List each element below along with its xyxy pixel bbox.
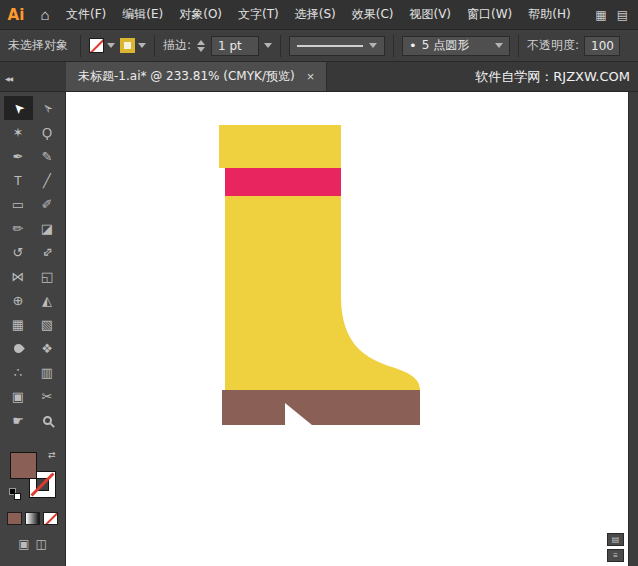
type-tool[interactable]: T: [4, 168, 33, 192]
collapsed-panel-icon-2[interactable]: ≡: [607, 549, 624, 562]
brush-name: 5 点圆形: [422, 37, 469, 54]
boot-stripe[interactable]: [225, 168, 341, 196]
stroke-weight-stepper[interactable]: [196, 40, 206, 52]
boot-sole[interactable]: [222, 390, 420, 425]
toolbar-collapse-icon[interactable]: ◀◀: [0, 62, 66, 91]
fill-color-picker[interactable]: [89, 38, 115, 53]
fill-color-swatch[interactable]: [89, 38, 104, 53]
zoom-tool[interactable]: [33, 408, 62, 432]
width-tool[interactable]: ⋈: [4, 264, 33, 288]
document-tab[interactable]: 未标题-1.ai* @ 233.81% (CMYK/预览) ×: [66, 62, 327, 91]
type-icon: T: [14, 174, 22, 187]
chevron-down-icon[interactable]: [495, 43, 503, 48]
eyedropper-tool[interactable]: [4, 336, 33, 360]
mesh-tool[interactable]: ▦: [4, 312, 33, 336]
brush-definition-select[interactable]: • 5 点圆形: [402, 36, 510, 56]
selection-status: 未选择对象: [8, 37, 68, 54]
width-profile-select[interactable]: [289, 36, 385, 56]
pen-tool[interactable]: ✒: [4, 144, 33, 168]
menu-item-object[interactable]: 对象(O): [171, 6, 230, 23]
opacity-field[interactable]: 100: [584, 36, 620, 56]
rectangle-icon: ▭: [12, 198, 24, 211]
gradient-button[interactable]: [25, 512, 40, 525]
screen-mode-icon[interactable]: ◫: [36, 537, 47, 551]
magic-wand-tool[interactable]: ✶: [4, 120, 33, 144]
zoom-icon: [43, 416, 52, 425]
stroke-swatch-hole: [36, 478, 49, 491]
opacity-label: 不透明度:: [527, 37, 579, 54]
eraser-icon: ◪: [41, 222, 53, 235]
lasso-tool[interactable]: Ϙ: [33, 120, 62, 144]
magic-wand-icon: ✶: [13, 126, 24, 139]
slice-tool[interactable]: ✂: [33, 384, 62, 408]
chevron-down-icon[interactable]: [369, 43, 377, 48]
menu-item-file[interactable]: 文件(F): [58, 6, 114, 23]
eyedropper-icon: [12, 342, 25, 355]
fill-stroke-widget: ⇄: [10, 452, 56, 498]
menu-item-help[interactable]: 帮助(H): [520, 6, 578, 23]
shape-builder-tool[interactable]: ⊕: [4, 288, 33, 312]
default-fill-stroke-icon[interactable]: [9, 488, 21, 500]
menu-item-view[interactable]: 视图(V): [401, 6, 459, 23]
rectangle-tool[interactable]: ▭: [4, 192, 33, 216]
chevron-down-icon[interactable]: [138, 43, 146, 48]
scale-tool[interactable]: ⇕: [33, 240, 62, 264]
swap-fill-stroke-icon[interactable]: ⇄: [48, 450, 56, 460]
workspace-switcher-icon[interactable]: ▦: [595, 8, 606, 22]
line-segment-tool[interactable]: ╱: [33, 168, 62, 192]
menu-item-edit[interactable]: 编辑(E): [114, 6, 171, 23]
direct-selection-tool[interactable]: ➢: [33, 96, 62, 120]
uniform-width-line-icon: [297, 45, 363, 47]
width-icon: ⋈: [12, 270, 25, 283]
pencil-tool[interactable]: ✏: [4, 216, 33, 240]
panels-icon[interactable]: ▤: [617, 8, 628, 22]
chevron-down-icon[interactable]: [107, 43, 115, 48]
fill-swatch[interactable]: [10, 452, 37, 479]
menu-item-effect[interactable]: 效果(C): [344, 6, 402, 23]
curvature-icon: ✎: [42, 150, 53, 163]
menu-item-window[interactable]: 窗口(W): [459, 6, 520, 23]
none-button[interactable]: [43, 512, 58, 525]
color-button[interactable]: [7, 512, 22, 525]
hand-tool[interactable]: ☛: [4, 408, 33, 432]
home-icon[interactable]: ⌂: [32, 6, 58, 23]
right-dock-strip[interactable]: [628, 92, 638, 566]
blend-tool[interactable]: ❖: [33, 336, 62, 360]
artboard-icon: ▣: [12, 390, 24, 403]
draw-mode-icon[interactable]: ▣: [18, 537, 29, 551]
free-transform-tool[interactable]: ◱: [33, 264, 62, 288]
selection-icon: ➤: [10, 100, 27, 117]
gradient-tool[interactable]: ▧: [33, 312, 62, 336]
color-type-buttons: [7, 512, 58, 525]
menu-item-type[interactable]: 文字(T): [230, 6, 287, 23]
free-transform-icon: ◱: [41, 270, 53, 283]
chevron-down-icon[interactable]: [264, 43, 272, 48]
canvas[interactable]: ▤ ≡: [66, 92, 628, 566]
close-icon[interactable]: ×: [307, 69, 315, 84]
menu-item-select[interactable]: 选择(S): [287, 6, 344, 23]
stroke-color-picker[interactable]: [120, 38, 146, 53]
paintbrush-tool[interactable]: ✐: [33, 192, 62, 216]
slice-icon: ✂: [42, 390, 53, 403]
perspective-grid-icon: ◭: [42, 294, 52, 307]
rotate-tool[interactable]: ↺: [4, 240, 33, 264]
artboard-tool[interactable]: ▣: [4, 384, 33, 408]
collapsed-panel-icon-1[interactable]: ▤: [607, 533, 624, 546]
step-down-icon[interactable]: [197, 47, 205, 52]
stroke-weight-field[interactable]: 1 pt: [211, 36, 259, 56]
symbol-sprayer-tool[interactable]: ∴: [4, 360, 33, 384]
app-logo: Ai: [0, 0, 32, 30]
boot-cuff[interactable]: [219, 125, 341, 168]
step-up-icon[interactable]: [197, 40, 205, 45]
separator: [280, 35, 281, 57]
eraser-tool[interactable]: ◪: [33, 216, 62, 240]
curvature-tool[interactable]: ✎: [33, 144, 62, 168]
stroke-weight-value: 1 pt: [218, 39, 242, 53]
perspective-grid-tool[interactable]: ◭: [33, 288, 62, 312]
boot-artwork: [66, 92, 628, 566]
stroke-color-swatch[interactable]: [120, 38, 135, 53]
control-bar: 未选择对象 描边: 1 pt • 5 点圆形: [0, 30, 638, 62]
boot-body[interactable]: [225, 196, 420, 390]
column-graph-tool[interactable]: ▥: [33, 360, 62, 384]
selection-tool[interactable]: ➤: [4, 96, 33, 120]
